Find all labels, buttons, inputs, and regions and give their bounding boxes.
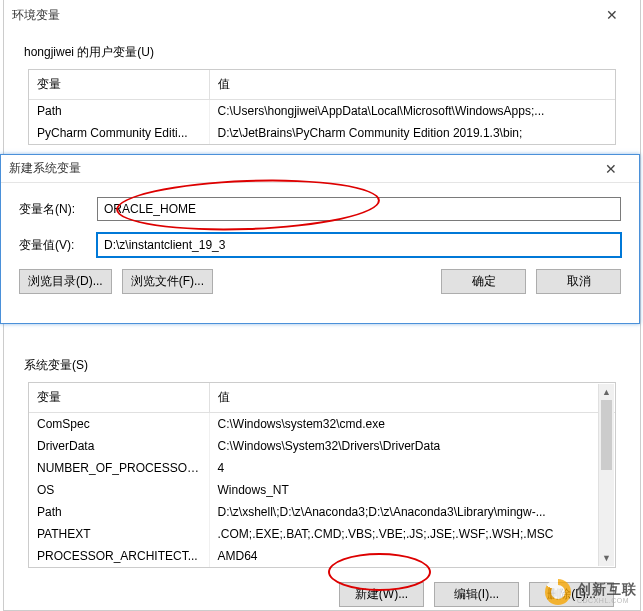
cell-var-name: PROCESSOR_ARCHITECT... xyxy=(29,545,209,567)
watermark: 创新互联 CDCXHL.COM xyxy=(545,579,637,605)
cell-var-name: Path xyxy=(29,501,209,523)
new-system-variable-dialog: 新建系统变量 ✕ 变量名(N): 变量值(V): 浏览目录(D)... 浏览文件… xyxy=(0,154,640,324)
cell-var-name: NUMBER_OF_PROCESSORS xyxy=(29,457,209,479)
cell-var-value: .COM;.EXE;.BAT;.CMD;.VBS;.VBE;.JS;.JSE;.… xyxy=(209,523,615,545)
system-vars-table[interactable]: 变量 值 ComSpecC:\Windows\system32\cmd.exe … xyxy=(28,382,616,568)
variable-value-label: 变量值(V): xyxy=(19,237,97,254)
cell-var-name: Path xyxy=(29,100,209,123)
dialog-title: 新建系统变量 xyxy=(9,160,81,177)
new-button[interactable]: 新建(W)... xyxy=(339,582,424,607)
edit-button[interactable]: 编辑(I)... xyxy=(434,582,519,607)
cell-var-value: C:\Windows\system32\cmd.exe xyxy=(209,413,615,436)
variable-name-input[interactable] xyxy=(97,197,621,221)
cell-var-name: ComSpec xyxy=(29,413,209,436)
col-header-name[interactable]: 变量 xyxy=(29,70,209,100)
main-titlebar: 环境变量 ✕ xyxy=(4,0,640,30)
variable-value-input[interactable] xyxy=(97,233,621,257)
table-row[interactable]: NUMBER_OF_PROCESSORS4 xyxy=(29,457,615,479)
ok-button[interactable]: 确定 xyxy=(441,269,526,294)
system-vars-scrollbar[interactable]: ▲ ▼ xyxy=(598,384,614,566)
table-row[interactable]: PyCharm Community Editi... D:\z\JetBrain… xyxy=(29,122,615,144)
cell-var-value: Windows_NT xyxy=(209,479,615,501)
col-header-value[interactable]: 值 xyxy=(209,383,615,413)
cell-var-value: D:\z\JetBrains\PyCharm Community Edition… xyxy=(209,122,615,144)
col-header-value[interactable]: 值 xyxy=(209,70,615,100)
scroll-down-icon[interactable]: ▼ xyxy=(599,550,614,566)
table-row[interactable]: PATHEXT.COM;.EXE;.BAT;.CMD;.VBS;.VBE;.JS… xyxy=(29,523,615,545)
dialog-titlebar: 新建系统变量 ✕ xyxy=(1,155,639,183)
watermark-sub: CDCXHL.COM xyxy=(577,597,637,604)
table-row[interactable]: OSWindows_NT xyxy=(29,479,615,501)
cell-var-name: PATHEXT xyxy=(29,523,209,545)
scroll-up-icon[interactable]: ▲ xyxy=(599,384,614,400)
user-vars-label: hongjiwei 的用户变量(U) xyxy=(24,44,640,61)
watermark-brand: 创新互联 xyxy=(577,581,637,599)
table-row[interactable]: ComSpecC:\Windows\system32\cmd.exe xyxy=(29,413,615,436)
cell-var-value: C:\Windows\System32\Drivers\DriverData xyxy=(209,435,615,457)
user-vars-table[interactable]: 变量 值 Path C:\Users\hongjiwei\AppData\Loc… xyxy=(28,69,616,145)
cell-var-value: 4 xyxy=(209,457,615,479)
scrollbar-thumb[interactable] xyxy=(601,400,612,470)
cell-var-value: AMD64 xyxy=(209,545,615,567)
system-vars-buttons: 新建(W)... 编辑(I)... 删除(L)... xyxy=(30,582,614,607)
col-header-name[interactable]: 变量 xyxy=(29,383,209,413)
close-icon[interactable]: ✕ xyxy=(592,7,632,23)
browse-file-button[interactable]: 浏览文件(F)... xyxy=(122,269,213,294)
cell-var-value: D:\z\xshell\;D:\z\Anaconda3;D:\z\Anacond… xyxy=(209,501,615,523)
logo-icon xyxy=(545,579,571,605)
cell-var-name: OS xyxy=(29,479,209,501)
cell-var-name: PyCharm Community Editi... xyxy=(29,122,209,144)
variable-name-label: 变量名(N): xyxy=(19,201,97,218)
table-row[interactable]: PROCESSOR_ARCHITECT...AMD64 xyxy=(29,545,615,567)
main-window-title: 环境变量 xyxy=(12,7,60,24)
browse-directory-button[interactable]: 浏览目录(D)... xyxy=(19,269,112,294)
cell-var-value: C:\Users\hongjiwei\AppData\Local\Microso… xyxy=(209,100,615,123)
table-row[interactable]: Path C:\Users\hongjiwei\AppData\Local\Mi… xyxy=(29,100,615,123)
table-row[interactable]: DriverDataC:\Windows\System32\Drivers\Dr… xyxy=(29,435,615,457)
table-row[interactable]: PathD:\z\xshell\;D:\z\Anaconda3;D:\z\Ana… xyxy=(29,501,615,523)
system-vars-label: 系统变量(S) xyxy=(24,357,640,374)
cancel-button[interactable]: 取消 xyxy=(536,269,621,294)
close-icon[interactable]: ✕ xyxy=(591,161,631,177)
cell-var-name: DriverData xyxy=(29,435,209,457)
